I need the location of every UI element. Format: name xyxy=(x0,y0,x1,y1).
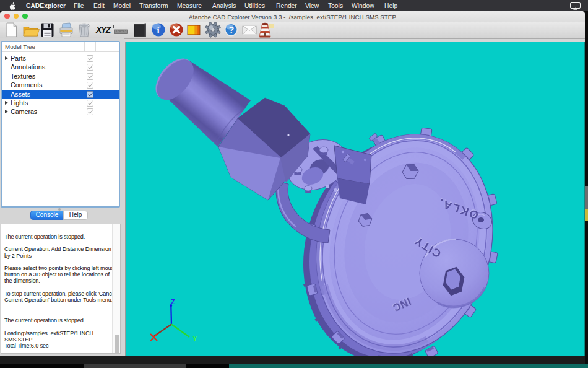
svg-text:i: i xyxy=(157,25,160,35)
svg-text:Y: Y xyxy=(192,335,197,342)
svg-text:?: ? xyxy=(229,25,235,35)
svg-text:Z: Z xyxy=(171,298,175,305)
svg-text:XYZ: XYZ xyxy=(95,25,111,35)
